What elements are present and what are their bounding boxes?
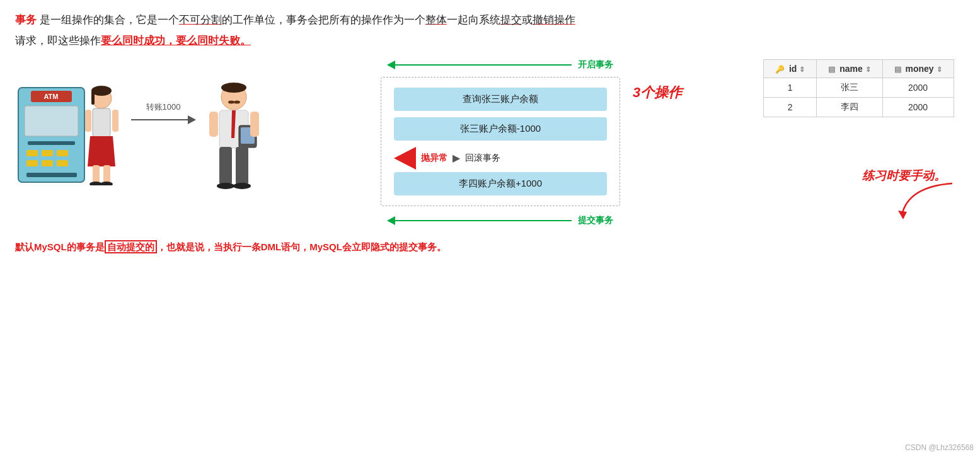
key-icon: 🔑 (775, 65, 785, 74)
operation-1: 查询张三账户余额 (394, 88, 607, 111)
man-figure (204, 81, 264, 192)
svg-point-21 (89, 182, 102, 185)
cell-name-1: 张三 (817, 78, 882, 97)
svg-marker-16 (88, 136, 115, 166)
svg-point-24 (221, 83, 246, 93)
svg-point-26 (234, 100, 240, 103)
open-tx-label: 开启事务 (578, 59, 613, 71)
open-tx-row: 开启事务 (374, 59, 751, 71)
svg-rect-34 (236, 147, 248, 185)
underline-word-1: 不可分割 (179, 14, 222, 26)
svg-rect-32 (250, 112, 259, 137)
svg-point-36 (233, 183, 251, 189)
svg-rect-20 (103, 165, 110, 183)
svg-point-22 (100, 182, 113, 185)
rollback-label: 回滚事务 (465, 153, 500, 164)
cell-money-2: 2000 (882, 97, 954, 117)
svg-point-35 (217, 183, 234, 189)
cell-money-1: 2000 (882, 78, 954, 97)
svg-rect-8 (26, 160, 38, 166)
svg-rect-19 (93, 165, 100, 183)
field-icon-name: ▤ (828, 65, 835, 74)
col-header-id: 🔑 id ⇕ (764, 59, 817, 78)
svg-rect-5 (26, 150, 38, 156)
transaction-box: 查询张三账户余额 张三账户余额-1000 抛异常 ▶ 回滚事务 李四账户余额+1… (381, 77, 620, 206)
highlight-word-shiwu: 事务 (15, 14, 37, 26)
svg-rect-4 (28, 141, 75, 145)
practice-arrow (889, 180, 965, 224)
exception-arrow (394, 147, 416, 170)
transfer-label: 转账1000 (146, 101, 181, 113)
right-section: 🔑 id ⇕ ▤ name ⇕ ▤ money ⇕ (751, 59, 965, 226)
table-row: 1 张三 2000 (764, 78, 954, 97)
csdn-watermark: CSDN @Lhz326568 (905, 443, 974, 452)
svg-rect-33 (219, 147, 232, 185)
submit-tx-row: 提交事务 (374, 215, 751, 226)
operation-2: 张三账户余额-1000 (394, 117, 607, 141)
left-illustration: ATM (15, 59, 368, 226)
underline-word-4: 撤销操作 (533, 14, 575, 26)
ops-count-label: 3个操作 (633, 77, 682, 102)
svg-rect-18 (112, 110, 118, 132)
atm-machine: ATM (15, 84, 88, 185)
cell-id-2: 2 (764, 97, 817, 117)
cell-name-2: 李四 (817, 97, 882, 117)
operation-3: 李四账户余额+1000 (394, 172, 607, 195)
svg-rect-31 (209, 112, 218, 137)
svg-rect-3 (25, 106, 78, 136)
middle-section: 开启事务 查询张三账户余额 张三账户余额-1000 抛异常 ▶ 回滚事务 李四账… (368, 59, 751, 226)
paragraph-1: 事务 是一组操作的集合，它是一个不可分割的工作单位，事务会把所有的操作作为一个整… (15, 11, 965, 30)
svg-marker-37 (898, 211, 907, 219)
highlight-autocommit: 自动提交的 (105, 240, 157, 253)
data-table: 🔑 id ⇕ ▤ name ⇕ ▤ money ⇕ (763, 59, 954, 117)
field-icon-money: ▤ (894, 65, 901, 74)
col-header-money: ▤ money ⇕ (882, 59, 954, 78)
svg-point-25 (228, 100, 234, 103)
underline-word-3: 提交 (500, 14, 522, 26)
bottom-text: 默认MySQL的事务是自动提交的，也就是说，当执行一条DML语句，MySQL会立… (15, 239, 965, 255)
highlight-success-fail: 要么同时成功，要么同时失败。 (101, 35, 251, 47)
cursor-icon: ▶ (453, 152, 460, 164)
svg-rect-6 (42, 150, 53, 156)
transfer-arrow-area: 转账1000 (122, 101, 204, 124)
submit-tx-label: 提交事务 (578, 215, 613, 226)
svg-text:ATM: ATM (43, 93, 58, 100)
col-header-name: ▤ name ⇕ (817, 59, 882, 78)
svg-rect-7 (57, 150, 68, 156)
svg-rect-9 (42, 160, 53, 166)
svg-rect-10 (57, 160, 68, 166)
svg-rect-11 (26, 173, 77, 177)
paragraph-2: 请求，即这些操作要么同时成功，要么同时失败。 (15, 32, 965, 50)
exception-label: 抛异常 (421, 153, 447, 164)
svg-rect-15 (93, 108, 110, 137)
main-area: ATM (15, 59, 965, 226)
underline-word-2: 整体 (425, 14, 447, 26)
svg-rect-14 (91, 91, 95, 105)
cell-id-1: 1 (764, 78, 817, 97)
table-row: 2 李四 2000 (764, 97, 954, 117)
